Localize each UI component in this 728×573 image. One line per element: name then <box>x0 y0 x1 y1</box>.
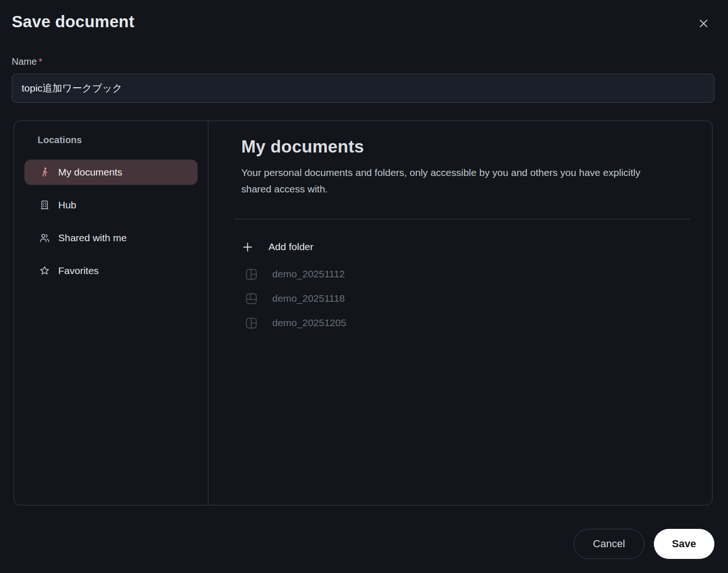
workbook-layout-icon <box>245 316 258 330</box>
add-folder-label: Add folder <box>268 241 314 252</box>
folder-list: demo_20251112 demo_20251118 <box>241 262 690 335</box>
locations-sidebar: Locations My documents <box>14 121 208 505</box>
dialog-title: Save document <box>12 0 714 31</box>
folder-item[interactable]: demo_20251112 <box>241 262 345 286</box>
name-label-text: Name <box>12 56 37 67</box>
plus-icon <box>241 241 254 253</box>
name-input[interactable] <box>12 74 714 103</box>
locations-header: Locations <box>38 135 198 145</box>
close-icon <box>697 17 710 30</box>
save-button[interactable]: Save <box>654 529 714 559</box>
add-folder-button[interactable]: Add folder <box>241 240 314 254</box>
sidebar-item-label: Favorites <box>58 265 99 276</box>
people-icon <box>39 232 50 244</box>
sidebar-item-my-documents[interactable]: My documents <box>24 160 198 185</box>
content-divider <box>234 219 690 219</box>
content-heading: My documents <box>241 137 690 157</box>
workbook-layout-icon <box>245 267 258 281</box>
cancel-button[interactable]: Cancel <box>574 529 644 559</box>
folder-name: demo_20251112 <box>272 268 345 280</box>
sidebar-item-hub[interactable]: Hub <box>24 192 198 218</box>
sidebar-item-label: Shared with me <box>58 232 127 244</box>
locations-nav-list: My documents <box>24 160 198 283</box>
sidebar-item-label: Hub <box>58 199 77 211</box>
person-walking-icon <box>39 167 50 178</box>
content-description: Your personal documents and folders, onl… <box>241 164 666 197</box>
folder-item[interactable]: demo_20251118 <box>241 286 345 311</box>
folder-name: demo_20251118 <box>272 293 345 304</box>
building-icon <box>39 199 50 211</box>
folder-item[interactable]: demo_20251205 <box>241 311 346 335</box>
name-label: Name* <box>12 56 714 67</box>
save-document-dialog: Save document Name* Locations <box>0 0 728 573</box>
workbook-layout-icon <box>245 292 258 306</box>
dialog-footer: Cancel Save <box>12 529 714 559</box>
name-field-group: Name* <box>12 56 714 103</box>
folder-name: demo_20251205 <box>272 317 346 329</box>
sidebar-item-label: My documents <box>58 167 123 178</box>
location-content-panel: My documents Your personal documents and… <box>208 121 712 505</box>
sidebar-item-favorites[interactable]: Favorites <box>24 258 198 283</box>
sidebar-item-shared-with-me[interactable]: Shared with me <box>24 225 198 251</box>
star-icon <box>39 265 50 276</box>
location-picker-panel: Locations My documents <box>14 121 713 505</box>
close-button[interactable] <box>695 15 712 32</box>
required-asterisk: * <box>38 56 42 67</box>
